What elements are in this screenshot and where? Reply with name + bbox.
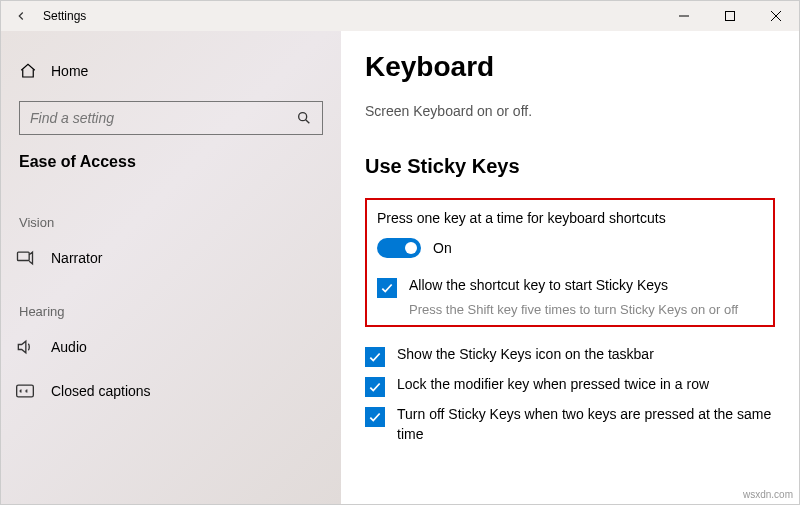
allow-shortcut-row: Allow the shortcut key to start Sticky K… [377, 276, 763, 298]
nav-item-audio[interactable]: Audio [15, 325, 323, 369]
svg-rect-7 [17, 385, 34, 397]
nav-item-narrator[interactable]: Narrator [15, 236, 323, 280]
sticky-toggle[interactable] [377, 238, 421, 258]
window-title: Settings [43, 9, 86, 23]
captions-icon [15, 381, 35, 401]
sticky-title: Press one key at a time for keyboard sho… [377, 210, 763, 226]
watermark: wsxdn.com [743, 489, 793, 500]
allow-shortcut-checkbox[interactable] [377, 278, 397, 298]
show-icon-row: Show the Sticky Keys icon on the taskbar [365, 345, 775, 367]
search-input[interactable] [30, 110, 296, 126]
show-icon-checkbox[interactable] [365, 347, 385, 367]
narrator-label: Narrator [51, 250, 102, 266]
titlebar: Settings [1, 1, 799, 31]
group-vision: Vision [19, 215, 323, 230]
toggle-knob [405, 242, 417, 254]
settings-window: Settings Home [0, 0, 800, 505]
window-controls [661, 1, 799, 31]
page-title: Keyboard [365, 51, 775, 83]
home-label: Home [51, 63, 88, 79]
home-nav[interactable]: Home [19, 51, 323, 91]
lock-modifier-row: Lock the modifier key when pressed twice… [365, 375, 775, 397]
turn-off-two-label: Turn off Sticky Keys when two keys are p… [397, 405, 775, 444]
audio-label: Audio [51, 339, 87, 355]
sticky-toggle-row: On [377, 238, 763, 258]
turn-off-two-checkbox[interactable] [365, 407, 385, 427]
show-icon-label: Show the Sticky Keys icon on the taskbar [397, 345, 654, 365]
sticky-toggle-label: On [433, 240, 452, 256]
audio-icon [15, 337, 35, 357]
section-heading: Use Sticky Keys [365, 155, 775, 178]
screen-keyboard-text: Screen Keyboard on or off. [365, 103, 775, 119]
home-icon [19, 62, 37, 80]
back-button[interactable] [13, 8, 29, 24]
lock-modifier-label: Lock the modifier key when pressed twice… [397, 375, 709, 395]
narrator-icon [15, 248, 35, 268]
sidebar: Home Ease of Access Vision Narrator Hear… [1, 31, 341, 504]
captions-label: Closed captions [51, 383, 151, 399]
close-button[interactable] [753, 1, 799, 31]
minimize-button[interactable] [661, 1, 707, 31]
group-hearing: Hearing [19, 304, 323, 319]
search-box[interactable] [19, 101, 323, 135]
allow-shortcut-hint: Press the Shift key five times to turn S… [409, 302, 763, 317]
content-pane: Keyboard Screen Keyboard on or off. Use … [341, 31, 799, 504]
allow-shortcut-label: Allow the shortcut key to start Sticky K… [409, 276, 668, 296]
svg-rect-6 [18, 252, 30, 260]
lock-modifier-checkbox[interactable] [365, 377, 385, 397]
maximize-button[interactable] [707, 1, 753, 31]
category-heading: Ease of Access [19, 153, 323, 171]
svg-line-5 [306, 120, 310, 124]
search-icon [296, 110, 312, 126]
svg-point-4 [299, 113, 307, 121]
turn-off-two-row: Turn off Sticky Keys when two keys are p… [365, 405, 775, 444]
window-body: Home Ease of Access Vision Narrator Hear… [1, 31, 799, 504]
nav-item-captions[interactable]: Closed captions [15, 369, 323, 413]
svg-rect-1 [726, 12, 735, 21]
highlighted-options: Press one key at a time for keyboard sho… [365, 198, 775, 327]
